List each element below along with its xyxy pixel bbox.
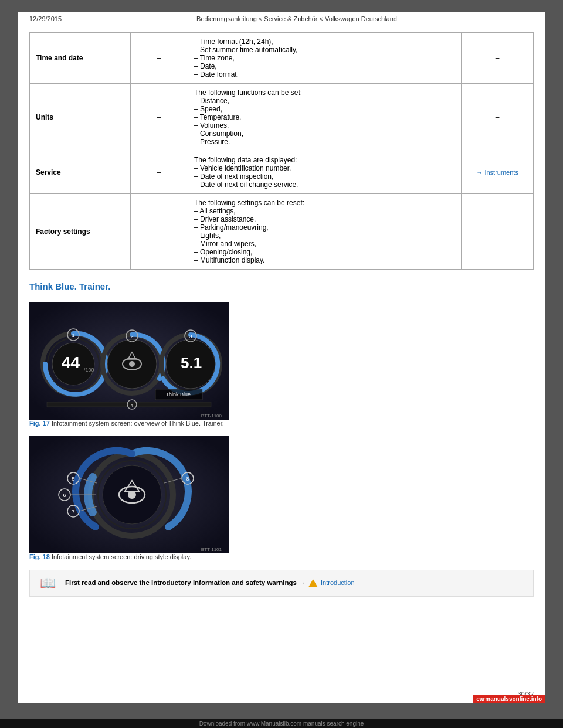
settings-table: Time and date–– Time format (12h, 24h),–…	[29, 32, 534, 270]
svg-point-11	[129, 361, 135, 367]
fig18-caption-text: Infotainment system screen: driving styl…	[50, 553, 191, 560]
watermark-bar: Downloaded from www.Manualslib.com manua…	[0, 719, 563, 728]
svg-text:5: 5	[72, 476, 74, 482]
bottom-note-content: First read and observe the introductory …	[65, 579, 355, 587]
svg-text:5.1: 5.1	[181, 354, 202, 372]
figure-17-image: 44 /100 1 2	[29, 302, 229, 420]
bottom-note-text: First read and observe the introductory …	[65, 579, 306, 586]
fig17-caption: Fig. 17 Infotainment system screen: over…	[29, 420, 534, 427]
table-row-dash: –	[130, 151, 188, 194]
svg-text:6: 6	[63, 492, 66, 498]
svg-text:/100: /100	[84, 367, 94, 373]
fig18-caption-bold[interactable]: Fig. 18	[29, 553, 50, 560]
table-row-link: –	[462, 194, 534, 270]
svg-text:BTT-1100: BTT-1100	[201, 413, 222, 419]
figure-18-container: 5 6 7 8 BTT-1101 Fig. 18 Infotainment sy…	[29, 436, 534, 560]
svg-text:44: 44	[62, 353, 80, 372]
carmanuals-logo: carmanualssonline.info	[473, 695, 545, 703]
table-row-name: Service	[30, 151, 131, 194]
page-header: 12/29/2015 Bedienungsanleitung < Service…	[18, 12, 545, 26]
instruments-link[interactable]: → Instruments	[476, 169, 518, 176]
table-row-desc: – Time format (12h, 24h),– Set summer ti…	[188, 33, 461, 84]
watermark-text: Downloaded from www.Manualslib.com manua…	[199, 720, 364, 727]
table-row-name: Factory settings	[30, 194, 131, 270]
table-row-link[interactable]: → Instruments	[462, 151, 534, 194]
table-row-desc: The following data are displayed:– Vehic…	[188, 151, 461, 194]
warning-triangle-icon	[308, 579, 318, 587]
table-row-link: –	[462, 33, 534, 84]
figure-18-image: 5 6 7 8 BTT-1101	[29, 436, 229, 553]
svg-text:1: 1	[72, 332, 74, 338]
svg-text:7: 7	[72, 509, 74, 515]
svg-text:8: 8	[186, 476, 189, 482]
header-title: Bedienungsanleitung < Service & Zubehör …	[196, 15, 397, 22]
header-date: 12/29/2015	[29, 15, 62, 22]
table-row-dash: –	[130, 84, 188, 151]
table-row-name: Units	[30, 84, 131, 151]
table-row-link: –	[462, 84, 534, 151]
fig17-caption-text: Infotainment system screen: overview of …	[50, 420, 224, 427]
fig17-caption-bold[interactable]: Fig. 17	[29, 420, 50, 427]
content-area: Time and date–– Time format (12h, 24h),–…	[18, 26, 545, 608]
table-row-name: Time and date	[30, 33, 131, 84]
table-row-desc: The following settings can be reset:– Al…	[188, 194, 461, 270]
page: 12/29/2015 Bedienungsanleitung < Service…	[18, 12, 545, 703]
bottom-note: 📖 First read and observe the introductor…	[29, 570, 534, 597]
figure-17-container: 44 /100 1 2	[29, 302, 534, 427]
section-heading: Think Blue. Trainer.	[29, 281, 534, 294]
table-row-desc: The following functions can be set:– Dis…	[188, 84, 461, 151]
svg-text:Think Blue.: Think Blue.	[165, 392, 192, 397]
svg-text:BTT-1101: BTT-1101	[201, 547, 222, 552]
bottom-note-link[interactable]: Introduction	[321, 579, 354, 586]
table-row-dash: –	[130, 194, 188, 270]
svg-text:2: 2	[130, 334, 133, 339]
svg-point-31	[128, 491, 136, 499]
svg-text:3: 3	[189, 334, 192, 339]
fig18-caption: Fig. 18 Infotainment system screen: driv…	[29, 553, 534, 560]
svg-rect-22	[47, 402, 211, 407]
svg-text:4: 4	[131, 403, 134, 408]
book-icon: 📖	[37, 575, 58, 591]
table-row-dash: –	[130, 33, 188, 84]
